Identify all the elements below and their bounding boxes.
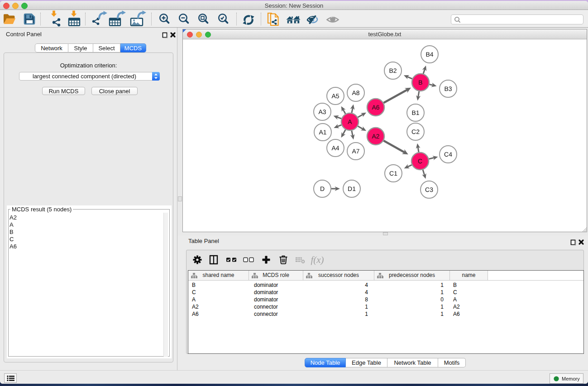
svg-text:D1: D1 <box>348 185 356 192</box>
svg-text:A7: A7 <box>352 148 359 155</box>
svg-text:A: A <box>348 118 352 125</box>
svg-text:A5: A5 <box>331 92 339 100</box>
svg-text:C4: C4 <box>444 151 452 158</box>
svg-text:B: B <box>418 79 422 86</box>
svg-text:f(x): f(x) <box>311 254 324 265</box>
svg-text:D: D <box>320 185 325 192</box>
svg-text:C2: C2 <box>411 128 420 135</box>
svg-text:A6: A6 <box>372 104 379 111</box>
svg-text:C: C <box>418 157 422 165</box>
svg-text:B2: B2 <box>389 67 397 74</box>
svg-text:A4: A4 <box>331 144 339 152</box>
svg-text:A8: A8 <box>352 89 359 96</box>
svg-text:A2: A2 <box>372 133 379 140</box>
svg-text:A1: A1 <box>319 129 326 136</box>
svg-text:A3: A3 <box>318 108 326 115</box>
svg-text:B4: B4 <box>425 51 433 58</box>
svg-text:B1: B1 <box>411 109 419 116</box>
svg-text:C1: C1 <box>389 170 397 177</box>
svg-text:C3: C3 <box>425 186 433 193</box>
svg-text:B3: B3 <box>444 85 452 92</box>
